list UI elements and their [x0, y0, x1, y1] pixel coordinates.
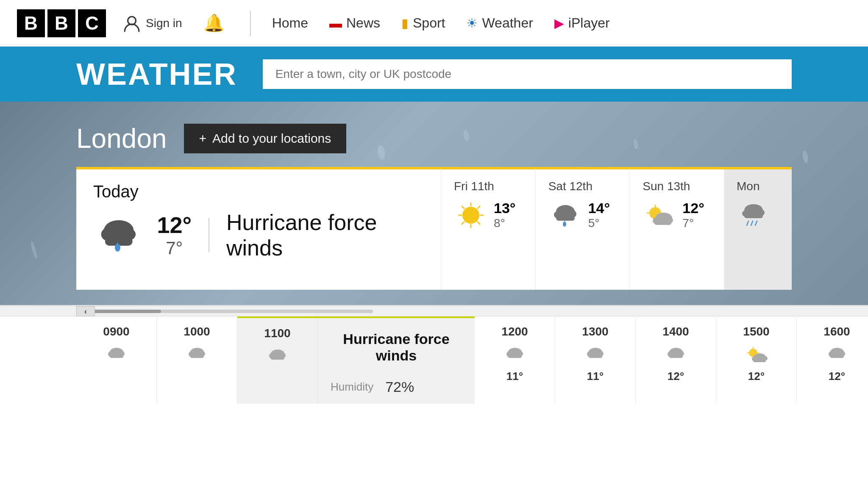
sat-label: Sat 12th [548, 180, 617, 193]
sport-icon: ▮ [401, 16, 409, 30]
forecast-area: Today 12° 7° Hurricane force winds [76, 167, 792, 290]
day-card-sun[interactable]: Sun 13th 12° 7° [629, 167, 724, 290]
svg-rect-41 [654, 221, 671, 225]
today-content: 12° 7° Hurricane force winds [93, 210, 424, 261]
day-cards: Fri 11th 13° 8° [441, 167, 792, 290]
sun-temps: 12° 7° [682, 200, 704, 230]
nav-home[interactable]: Home [264, 11, 317, 35]
scroll-bar[interactable] [76, 310, 373, 313]
sign-in-label: Sign in [146, 17, 182, 30]
hourly-grid: 0900 1000 [76, 316, 868, 404]
svg-rect-68 [589, 355, 602, 358]
mon-label: Mon [737, 180, 779, 193]
hour-1300-icon [555, 344, 635, 365]
scroll-track: ‹ [0, 306, 868, 316]
location-banner: London + Add to your locations Today [0, 102, 868, 305]
bbc-letter-b2: B [47, 9, 75, 37]
hour-1500-icon [716, 344, 796, 365]
hour-0900-icon [76, 344, 156, 365]
sun-content: 12° 7° [643, 200, 711, 230]
hour-1300: 1300 11° [555, 316, 636, 404]
plus-icon: + [199, 131, 207, 146]
fri-temps: 13° 8° [494, 200, 515, 230]
bbc-letter-c: C [78, 9, 106, 37]
sat-high: 14° [588, 200, 610, 216]
person-icon [123, 14, 141, 32]
fri-weather-icon [454, 200, 488, 230]
hour-1300-label: 1300 [555, 325, 635, 338]
svg-line-46 [747, 221, 748, 225]
svg-line-24 [477, 222, 480, 225]
sun-weather-icon [643, 200, 676, 230]
nav-sport[interactable]: ▮ Sport [393, 11, 453, 35]
hour-1400-icon [636, 344, 716, 365]
hurricane-top-row: 1100 Hurricane force winds Hum [237, 316, 475, 404]
hour-1200-icon [475, 344, 555, 365]
news-icon: ▬ [329, 16, 342, 30]
svg-rect-45 [744, 214, 763, 218]
humidity-row: Humidity 72% [331, 379, 462, 395]
day-card-fri[interactable]: Fri 11th 13° 8° [441, 167, 535, 290]
hour-0900-label: 0900 [76, 325, 156, 338]
hour-1200-label: 1200 [475, 325, 555, 338]
weather-nav-icon: ☀ [466, 16, 478, 30]
hour-1600: 1600 12° [797, 316, 868, 404]
today-temp-high: 12° [157, 212, 192, 238]
hour-1200-temp: 11° [475, 370, 555, 383]
location-name: London [76, 123, 167, 154]
add-location-button[interactable]: + Add to your locations [184, 124, 347, 153]
hour-1500-temp: 12° [716, 370, 796, 383]
svg-line-23 [462, 206, 465, 209]
hour-1400-temp: 12° [636, 370, 716, 383]
location-row: London + Add to your locations [76, 123, 792, 154]
cloud-icon-1200 [502, 344, 528, 365]
day-card-sat[interactable]: Sat 12th 14° 5° [535, 167, 630, 290]
humidity-value: 72% [385, 379, 414, 395]
iplayer-icon: ▶ [554, 16, 564, 30]
sign-in-button[interactable]: Sign in [123, 14, 182, 32]
bell-icon[interactable]: 🔔 [203, 13, 225, 33]
today-temp-block: 12° 7° [157, 212, 192, 258]
cloud-icon-1100 [265, 345, 290, 366]
sat-low: 5° [588, 216, 610, 230]
fri-content: 13° 8° [454, 200, 523, 230]
hourly-section: ‹ 0900 1000 [0, 305, 868, 404]
nav-iplayer[interactable]: ▶ iPlayer [546, 11, 618, 35]
hour-1400: 1400 12° [636, 316, 716, 404]
weather-title: WEATHER [76, 57, 237, 92]
hour-1200: 1200 11° [475, 316, 555, 404]
svg-rect-52 [110, 355, 123, 358]
svg-rect-60 [271, 356, 284, 360]
nav-weather[interactable]: ☀ Weather [458, 11, 541, 35]
temp-divider [209, 218, 209, 252]
humidity-label: Humidity [331, 380, 373, 394]
hour-1000: 1000 [157, 316, 237, 404]
cloud-icon-1400 [663, 344, 689, 365]
sport-label: Sport [413, 15, 445, 31]
svg-line-26 [462, 222, 465, 225]
search-input[interactable] [275, 67, 779, 81]
sun-low: 7° [682, 216, 704, 230]
bbc-logo: B B C [17, 9, 106, 37]
sat-weather-icon [548, 200, 582, 230]
svg-point-0 [128, 17, 136, 25]
hour-1600-label: 1600 [797, 325, 868, 338]
scroll-left-button[interactable]: ‹ [76, 306, 95, 316]
hour-1600-icon [797, 344, 868, 365]
svg-rect-64 [508, 355, 522, 358]
cloud-icon-1300 [583, 344, 608, 365]
weather-bar: WEATHER [0, 47, 868, 102]
nav-divider [250, 11, 251, 36]
mon-weather-icon [737, 200, 771, 230]
nav-items: Home ▬ News ▮ Sport ☀ Weather ▶ iPlayer [264, 11, 851, 35]
svg-point-11 [30, 241, 38, 260]
today-condition: Hurricane force winds [226, 210, 424, 261]
iplayer-label: iPlayer [568, 15, 610, 31]
today-card: Today 12° 7° Hurricane force winds [76, 167, 441, 290]
day-card-mon[interactable]: Mon [724, 167, 792, 290]
nav-news[interactable]: ▬ News [321, 11, 389, 35]
svg-rect-72 [669, 355, 683, 358]
cloud-icon-0900 [104, 344, 129, 365]
hour-0900: 0900 [76, 316, 157, 404]
weather-label: Weather [482, 15, 533, 31]
